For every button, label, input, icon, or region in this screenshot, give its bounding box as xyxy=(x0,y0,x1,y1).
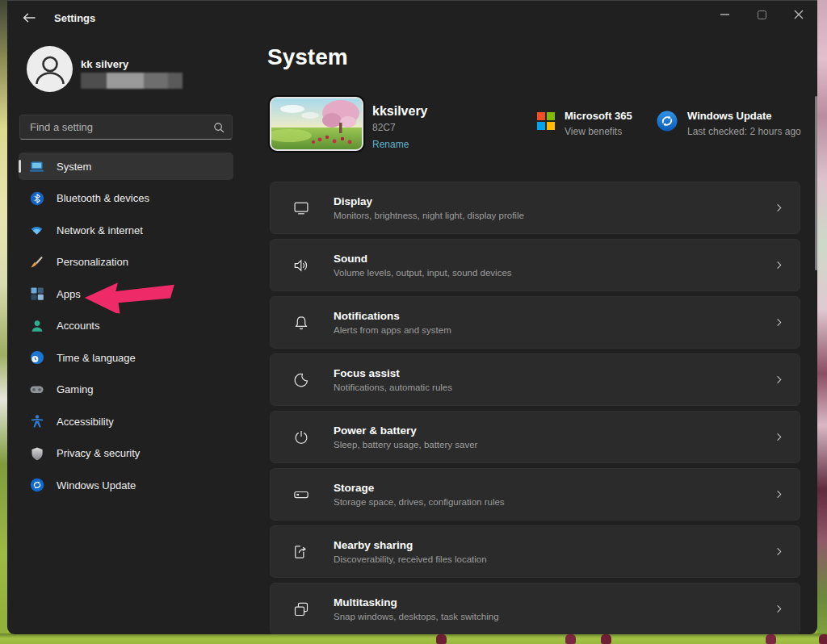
row-focus-assist[interactable]: Focus assistNotifications, automatic rul… xyxy=(270,353,800,406)
desktop-wallpaper-left xyxy=(0,0,7,644)
maximize-button[interactable] xyxy=(743,1,780,28)
sidebar-item-gaming[interactable]: Gaming xyxy=(19,376,233,404)
sidebar-item-label: Privacy & security xyxy=(57,447,140,459)
wallpaper-tulip xyxy=(601,634,611,644)
sidebar-item-label: Gaming xyxy=(57,383,94,395)
sidebar-item-label: System xyxy=(57,161,91,173)
settings-window: Settings kk silvery xyxy=(7,0,817,634)
row-subtitle: Sleep, battery usage, battery saver xyxy=(334,440,772,450)
sound-icon xyxy=(292,256,311,275)
desktop-wallpaper-bottom xyxy=(0,634,827,644)
row-display[interactable]: DisplayMonitors, brightness, night light… xyxy=(270,182,800,234)
sidebar-item-label: Accessibility xyxy=(57,416,114,428)
sidebar-item-personalization[interactable]: Personalization xyxy=(19,249,233,276)
row-subtitle: Notifications, automatic rules xyxy=(334,383,772,392)
wallpaper-tulip xyxy=(819,634,827,644)
window-title: Settings xyxy=(54,12,95,24)
person-icon xyxy=(27,47,73,92)
windows-update-block[interactable]: Windows Update Last checked: 2 hours ago xyxy=(657,110,801,137)
windows-update-icon xyxy=(657,111,678,132)
back-arrow-icon xyxy=(23,13,36,23)
time-language-icon xyxy=(29,350,44,366)
microsoft-365-block[interactable]: Microsoft 365 View benefits xyxy=(537,110,632,137)
device-model: 82C7 xyxy=(372,122,428,133)
settings-list: DisplayMonitors, brightness, night light… xyxy=(270,182,800,634)
sidebar-item-accounts[interactable]: Accounts xyxy=(19,312,233,340)
sidebar-item-system[interactable]: System xyxy=(19,153,233,180)
desktop-preview-thumbnail xyxy=(270,97,363,151)
row-sound[interactable]: SoundVolume levels, output, input, sound… xyxy=(270,239,800,291)
row-subtitle: Snap windows, desktops, task switching xyxy=(334,612,772,621)
chevron-right-icon xyxy=(772,488,785,501)
row-title: Display xyxy=(334,195,772,207)
wallpaper-tulip xyxy=(436,634,447,644)
profile-email-blurred xyxy=(81,73,183,89)
sidebar-item-label: Apps xyxy=(57,288,81,300)
microsoft-365-title: Microsoft 365 xyxy=(565,110,632,122)
wallpaper-tulip xyxy=(766,634,776,644)
sidebar-item-label: Accounts xyxy=(57,320,99,332)
selection-accent-bar xyxy=(19,160,21,173)
wallpaper-preview-image xyxy=(271,98,362,149)
titlebar: Settings xyxy=(7,1,817,36)
sidebar-item-label: Time & language xyxy=(57,352,136,364)
device-name: kksilvery xyxy=(372,104,428,119)
chevron-right-icon xyxy=(772,546,785,558)
search-box[interactable] xyxy=(19,115,233,140)
row-title: Storage xyxy=(334,482,772,494)
power-battery-icon xyxy=(292,428,311,447)
sidebar-item-bluetooth-devices[interactable]: Bluetooth & devices xyxy=(19,185,233,212)
row-title: Nearby sharing xyxy=(334,539,772,551)
microsoft-logo-icon xyxy=(537,112,555,130)
windows-update-status: Last checked: 2 hours ago xyxy=(687,126,801,137)
minimize-button[interactable] xyxy=(706,1,743,28)
back-button[interactable] xyxy=(17,7,41,28)
page-title: System xyxy=(267,44,348,70)
system-icon xyxy=(29,159,44,174)
chevron-right-icon xyxy=(772,431,785,444)
windows-update-title: Windows Update xyxy=(687,110,801,122)
apps-icon xyxy=(29,286,44,302)
sidebar-item-accessibility[interactable]: Accessibility xyxy=(19,408,233,435)
row-power-battery[interactable]: Power & batterySleep, battery usage, bat… xyxy=(270,411,800,463)
personalization-icon xyxy=(29,254,44,270)
scrollbar-thumb[interactable] xyxy=(815,96,817,270)
row-multitasking[interactable]: MultitaskingSnap windows, desktops, task… xyxy=(270,583,800,634)
sidebar-item-time-language[interactable]: Time & language xyxy=(19,344,233,371)
bluetooth-icon xyxy=(29,190,44,206)
device-info: kksilvery 82C7 Rename xyxy=(372,104,428,150)
desktop-wallpaper-right xyxy=(817,0,827,644)
notifications-icon xyxy=(292,313,311,332)
annotation-arrow xyxy=(84,278,176,316)
sidebar-item-label: Windows Update xyxy=(57,479,136,491)
avatar[interactable] xyxy=(27,46,73,92)
sidebar-item-network-internet[interactable]: Network & internet xyxy=(19,216,233,244)
rename-link[interactable]: Rename xyxy=(372,139,428,150)
chevron-right-icon xyxy=(772,202,785,215)
chevron-right-icon xyxy=(772,259,785,272)
accessibility-icon xyxy=(29,414,44,429)
sidebar-item-windows-update[interactable]: Windows Update xyxy=(19,471,233,499)
chevron-right-icon xyxy=(772,374,785,387)
view-benefits-link[interactable]: View benefits xyxy=(565,126,632,137)
maximize-icon xyxy=(758,10,766,19)
sidebar-item-label: Bluetooth & devices xyxy=(57,192,149,204)
row-subtitle: Discoverability, received files location xyxy=(334,554,772,564)
row-storage[interactable]: StorageStorage space, drives, configurat… xyxy=(270,468,800,521)
row-title: Multitasking xyxy=(334,596,772,608)
row-title: Power & battery xyxy=(334,424,772,437)
windows-update-icon xyxy=(29,478,44,493)
gaming-icon xyxy=(29,382,44,397)
row-subtitle: Storage space, drives, configuration rul… xyxy=(334,497,772,507)
sidebar-item-label: Personalization xyxy=(57,256,128,268)
display-icon xyxy=(292,199,311,218)
row-notifications[interactable]: NotificationsAlerts from apps and system xyxy=(270,296,800,349)
row-nearby-sharing[interactable]: Nearby sharingDiscoverability, received … xyxy=(270,525,800,578)
sidebar-item-privacy-security[interactable]: Privacy & security xyxy=(19,440,233,467)
accounts-icon xyxy=(29,318,44,333)
close-button[interactable] xyxy=(780,1,817,28)
row-title: Focus assist xyxy=(334,367,772,379)
search-input[interactable] xyxy=(30,121,212,133)
row-title: Sound xyxy=(334,253,772,265)
multitasking-icon xyxy=(292,600,311,619)
